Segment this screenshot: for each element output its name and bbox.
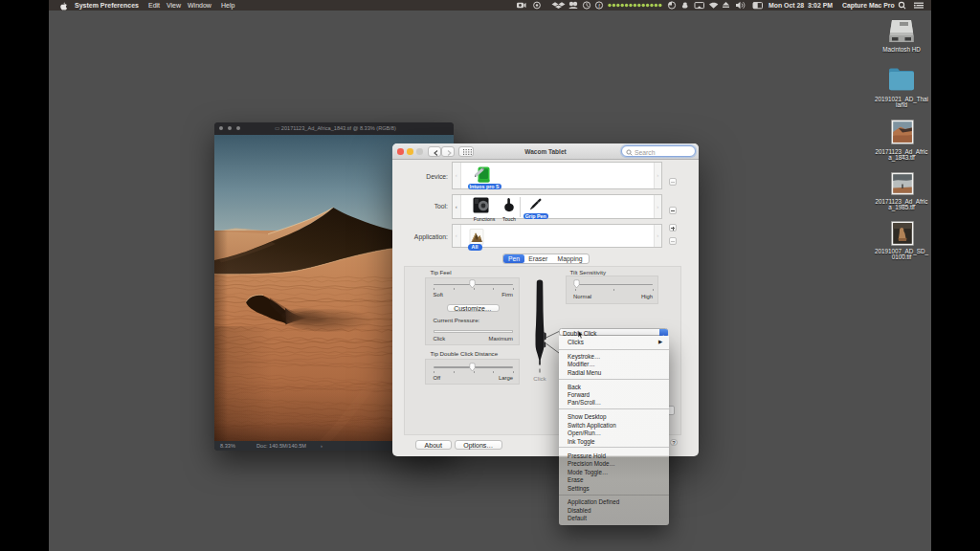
svg-text:f: f: [598, 3, 600, 9]
